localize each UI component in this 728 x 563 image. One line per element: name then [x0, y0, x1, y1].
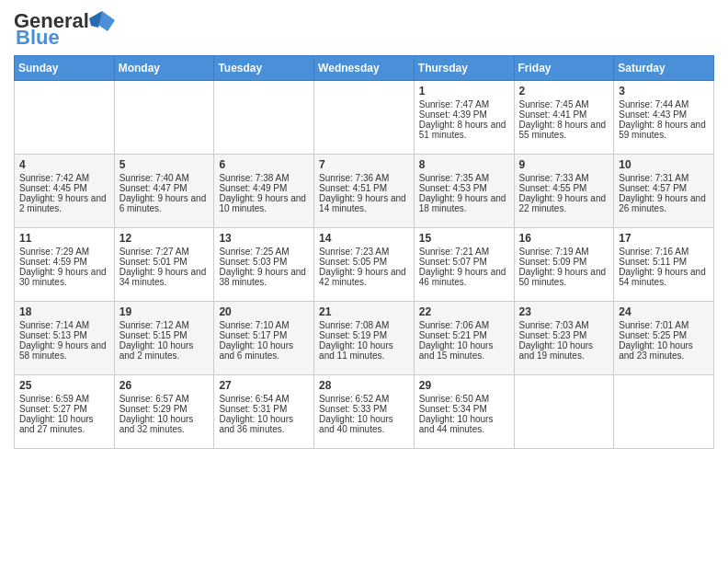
sunrise-text: Sunrise: 7:27 AM — [119, 247, 189, 257]
daylight-text: Daylight: 9 hours and 22 minutes. — [519, 193, 607, 213]
daylight-text: Daylight: 9 hours and 18 minutes. — [419, 193, 506, 213]
sunset-text: Sunset: 4:57 PM — [619, 183, 687, 193]
sunrise-text: Sunrise: 7:12 AM — [119, 320, 189, 330]
weekday-header-wednesday: Wednesday — [314, 56, 415, 81]
sunrise-text: Sunrise: 7:35 AM — [419, 173, 489, 183]
sunset-text: Sunset: 4:47 PM — [119, 183, 188, 193]
sunset-text: Sunset: 5:31 PM — [219, 404, 287, 414]
sunset-text: Sunset: 4:49 PM — [219, 183, 287, 193]
daylight-text: Daylight: 9 hours and 38 minutes. — [219, 267, 306, 287]
sunset-text: Sunset: 5:33 PM — [319, 404, 387, 414]
sunset-text: Sunset: 5:19 PM — [319, 330, 387, 340]
day-number: 22 — [419, 305, 509, 318]
sunset-text: Sunset: 5:03 PM — [219, 257, 287, 267]
day-number: 7 — [319, 158, 409, 171]
weekday-header-tuesday: Tuesday — [214, 56, 314, 81]
sunset-text: Sunset: 4:59 PM — [19, 257, 87, 267]
sunset-text: Sunset: 5:13 PM — [19, 330, 87, 340]
calendar-cell: 15Sunrise: 7:21 AMSunset: 5:07 PMDayligh… — [414, 228, 514, 302]
weekday-header-thursday: Thursday — [414, 56, 514, 81]
daylight-text: Daylight: 10 hours and 44 minutes. — [419, 414, 494, 434]
sunrise-text: Sunrise: 7:16 AM — [619, 247, 688, 257]
day-number: 5 — [119, 158, 210, 171]
sunset-text: Sunset: 5:17 PM — [219, 330, 287, 340]
day-number: 17 — [619, 232, 709, 245]
sunset-text: Sunset: 4:55 PM — [519, 183, 587, 193]
calendar-cell: 21Sunrise: 7:08 AMSunset: 5:19 PMDayligh… — [314, 302, 415, 375]
weekday-header-saturday: Saturday — [614, 56, 714, 81]
day-number: 16 — [519, 232, 609, 245]
calendar-cell: 16Sunrise: 7:19 AMSunset: 5:09 PMDayligh… — [514, 228, 614, 302]
day-number: 13 — [219, 232, 309, 245]
calendar-cell: 6Sunrise: 7:38 AMSunset: 4:49 PMDaylight… — [214, 155, 314, 228]
day-number: 26 — [119, 379, 210, 392]
calendar-cell — [614, 375, 714, 449]
sunrise-text: Sunrise: 6:57 AM — [119, 394, 189, 404]
daylight-text: Daylight: 8 hours and 59 minutes. — [619, 120, 706, 140]
sunrise-text: Sunrise: 6:54 AM — [219, 394, 289, 404]
sunrise-text: Sunrise: 7:38 AM — [219, 173, 289, 183]
daylight-text: Daylight: 10 hours and 11 minutes. — [319, 340, 393, 361]
calendar-cell — [514, 375, 614, 449]
weekday-header-friday: Friday — [514, 56, 614, 81]
daylight-text: Daylight: 10 hours and 15 minutes. — [419, 340, 494, 361]
sunset-text: Sunset: 5:23 PM — [519, 330, 587, 340]
logo-text-blue: Blue — [16, 26, 60, 50]
sunrise-text: Sunrise: 7:08 AM — [319, 320, 389, 330]
day-number: 15 — [419, 232, 509, 245]
daylight-text: Daylight: 9 hours and 54 minutes. — [619, 267, 706, 287]
calendar-cell: 22Sunrise: 7:06 AMSunset: 5:21 PMDayligh… — [414, 302, 514, 375]
weekday-header-row: SundayMondayTuesdayWednesdayThursdayFrid… — [15, 56, 714, 81]
calendar-cell: 3Sunrise: 7:44 AMSunset: 4:43 PMDaylight… — [614, 81, 714, 155]
calendar-cell: 2Sunrise: 7:45 AMSunset: 4:41 PMDaylight… — [514, 81, 614, 155]
calendar-week-row: 18Sunrise: 7:14 AMSunset: 5:13 PMDayligh… — [15, 302, 714, 375]
calendar-cell — [214, 81, 314, 155]
day-number: 8 — [419, 158, 509, 171]
calendar-cell: 28Sunrise: 6:52 AMSunset: 5:33 PMDayligh… — [314, 375, 415, 449]
day-number: 14 — [319, 232, 409, 245]
day-number: 2 — [519, 85, 609, 98]
daylight-text: Daylight: 10 hours and 6 minutes. — [219, 340, 293, 361]
day-number: 28 — [319, 379, 409, 392]
sunset-text: Sunset: 5:05 PM — [319, 257, 387, 267]
daylight-text: Daylight: 9 hours and 2 minutes. — [19, 193, 107, 213]
day-number: 10 — [619, 158, 709, 171]
daylight-text: Daylight: 10 hours and 19 minutes. — [519, 340, 594, 361]
sunset-text: Sunset: 5:11 PM — [619, 257, 687, 267]
daylight-text: Daylight: 8 hours and 55 minutes. — [519, 120, 607, 140]
sunrise-text: Sunrise: 7:47 AM — [419, 99, 489, 109]
sunset-text: Sunset: 5:29 PM — [119, 404, 188, 414]
day-number: 29 — [419, 379, 509, 392]
calendar-cell: 27Sunrise: 6:54 AMSunset: 5:31 PMDayligh… — [214, 375, 314, 449]
calendar-week-row: 25Sunrise: 6:59 AMSunset: 5:27 PMDayligh… — [15, 375, 714, 449]
calendar-cell: 19Sunrise: 7:12 AMSunset: 5:15 PMDayligh… — [114, 302, 214, 375]
calendar-cell: 10Sunrise: 7:31 AMSunset: 4:57 PMDayligh… — [614, 155, 714, 228]
daylight-text: Daylight: 9 hours and 6 minutes. — [119, 193, 207, 213]
day-number: 4 — [19, 158, 109, 171]
calendar-week-row: 1Sunrise: 7:47 AMSunset: 4:39 PMDaylight… — [15, 81, 714, 155]
day-number: 24 — [619, 305, 709, 318]
daylight-text: Daylight: 9 hours and 26 minutes. — [619, 193, 706, 213]
sunrise-text: Sunrise: 6:50 AM — [419, 394, 489, 404]
calendar-cell: 1Sunrise: 7:47 AMSunset: 4:39 PMDaylight… — [414, 81, 514, 155]
calendar-cell: 26Sunrise: 6:57 AMSunset: 5:29 PMDayligh… — [114, 375, 214, 449]
sunset-text: Sunset: 5:09 PM — [519, 257, 587, 267]
calendar-cell: 14Sunrise: 7:23 AMSunset: 5:05 PMDayligh… — [314, 228, 415, 302]
weekday-header-sunday: Sunday — [15, 56, 115, 81]
day-number: 18 — [19, 305, 109, 318]
sunrise-text: Sunrise: 7:44 AM — [619, 99, 688, 109]
calendar-cell: 24Sunrise: 7:01 AMSunset: 5:25 PMDayligh… — [614, 302, 714, 375]
logo: General Blue — [14, 9, 115, 50]
calendar-table: SundayMondayTuesdayWednesdayThursdayFrid… — [14, 55, 714, 449]
day-number: 9 — [519, 158, 609, 171]
calendar-cell: 11Sunrise: 7:29 AMSunset: 4:59 PMDayligh… — [15, 228, 115, 302]
sunrise-text: Sunrise: 7:29 AM — [19, 247, 89, 257]
day-number: 23 — [519, 305, 609, 318]
calendar-cell: 29Sunrise: 6:50 AMSunset: 5:34 PMDayligh… — [414, 375, 514, 449]
day-number: 3 — [619, 85, 709, 98]
sunset-text: Sunset: 4:53 PM — [419, 183, 487, 193]
sunset-text: Sunset: 5:07 PM — [419, 257, 487, 267]
daylight-text: Daylight: 9 hours and 50 minutes. — [519, 267, 607, 287]
daylight-text: Daylight: 9 hours and 34 minutes. — [119, 267, 207, 287]
calendar-cell: 8Sunrise: 7:35 AMSunset: 4:53 PMDaylight… — [414, 155, 514, 228]
